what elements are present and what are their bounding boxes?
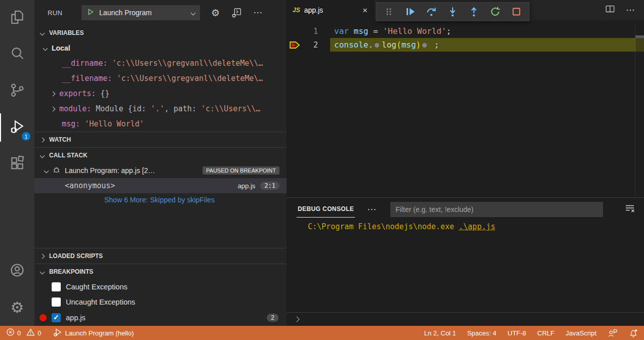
bug-icon: [52, 165, 61, 176]
paused-on-breakpoint-badge: PAUSED ON BREAKPOINT: [203, 166, 279, 175]
language-mode[interactable]: JavaScript: [566, 329, 596, 337]
error-icon: [6, 328, 15, 338]
console-output-link[interactable]: .\app.js: [459, 222, 495, 231]
launch-config-dropdown[interactable]: Launch Program: [82, 5, 200, 20]
breakpoint-caught-exceptions[interactable]: Caught Exceptions: [34, 279, 287, 294]
checkbox-unchecked[interactable]: [52, 282, 61, 291]
variable-row-msg[interactable]: msg: 'Hello World': [34, 116, 287, 132]
panel-header: DEBUG CONSOLE ⋯: [287, 198, 644, 221]
feedback-icon[interactable]: [608, 328, 617, 338]
variable-value: Module {id: '.', path: 'c:\\Users\\…: [96, 104, 260, 113]
breakpoints-section-header[interactable]: BREAKPOINTS: [34, 264, 287, 279]
split-editor-icon[interactable]: [605, 4, 616, 17]
debug-console-icon[interactable]: [231, 7, 242, 18]
close-icon[interactable]: ×: [363, 6, 368, 15]
code-line-2[interactable]: 2 console.log(msg) ;: [287, 38, 644, 52]
code-line-1[interactable]: 1 var msg = 'Hello World';: [287, 24, 644, 38]
variable-row-exports[interactable]: exports: {}: [34, 86, 287, 101]
start-debug-icon: [87, 8, 94, 17]
breakpoint-label: app.js: [66, 314, 86, 322]
chevron-right-icon: [51, 91, 56, 96]
activity-search[interactable]: [0, 36, 34, 73]
loaded-scripts-section-header[interactable]: LOADED SCRIPTS: [34, 248, 287, 264]
activity-run-debug[interactable]: 1: [0, 109, 34, 146]
activity-accounts[interactable]: [0, 253, 34, 289]
scope-local-row[interactable]: Local: [34, 40, 287, 56]
editor-scrollbar[interactable]: [635, 24, 644, 197]
vscode-window: 1 ⚙ RUN Launch Program ⚙ ⋯ VARIABLES: [0, 0, 644, 340]
indentation-setting[interactable]: Spaces: 4: [467, 329, 497, 337]
continue-icon[interactable]: [401, 4, 419, 19]
activity-explorer[interactable]: [0, 0, 34, 36]
variable-name: module:: [59, 104, 91, 113]
frame-position-badge: 2:1: [260, 182, 279, 190]
chevron-down-icon: [40, 153, 45, 158]
variable-value: 'c:\\Users\\gregvanl\\deleteMe\…: [116, 74, 263, 83]
loaded-scripts-title: LOADED SCRIPTS: [49, 252, 103, 260]
breakpoint-label: Uncaught Exceptions: [66, 298, 135, 306]
tab-debug-console[interactable]: DEBUG CONSOLE: [297, 201, 355, 218]
breakpoint-uncaught-exceptions[interactable]: Uncaught Exceptions: [34, 294, 287, 310]
variable-value: 'c:\\Users\\gregvanl\\deleteMe\\…: [112, 59, 263, 68]
more-actions-icon[interactable]: ⋯: [367, 204, 377, 215]
show-more-frames-link[interactable]: Show 6 More: Skipped by skipFiles: [34, 193, 287, 206]
status-bar: 0 0 Launch Program (hello) Ln 2, Col 1 S…: [0, 326, 644, 340]
variable-value: {}: [100, 89, 109, 98]
source-control-icon: [9, 82, 25, 100]
clear-console-icon[interactable]: [624, 202, 636, 217]
call-stack-section-header[interactable]: CALL STACK: [34, 148, 287, 163]
activity-settings[interactable]: ⚙: [0, 289, 34, 326]
eol-setting[interactable]: CRLF: [537, 329, 554, 337]
scope-label: Local: [52, 44, 70, 52]
breakpoint-appjs-row[interactable]: app.js 2: [34, 310, 287, 326]
checkbox-checked[interactable]: [52, 313, 61, 322]
step-into-icon[interactable]: [444, 4, 461, 19]
debug-session-row[interactable]: Launch Program: app.js [2… PAUSED ON BRE…: [34, 163, 287, 178]
call-stack-title: CALL STACK: [49, 152, 88, 159]
variable-row-filename[interactable]: __filename: 'c:\\Users\\gregvanl\\delete…: [34, 71, 287, 86]
more-actions-icon[interactable]: ⋯: [626, 5, 636, 16]
editor-group: JS app.js × ⋯ 1 var msg = 'Hello: [287, 0, 644, 326]
tab-label: app.js: [304, 6, 363, 14]
variable-value: 'Hello World': [85, 119, 144, 129]
account-icon: [9, 262, 25, 280]
encoding-setting[interactable]: UTF-8: [508, 329, 527, 337]
frame-file: app.js: [238, 182, 256, 190]
toolbar-drag-handle[interactable]: [380, 4, 397, 19]
chevron-down-icon: [40, 30, 45, 35]
problems-indicator[interactable]: 0 0: [6, 328, 41, 338]
activity-extensions[interactable]: [0, 146, 34, 182]
watch-title: WATCH: [49, 136, 71, 143]
console-input-row[interactable]: [287, 312, 644, 326]
configure-launch-icon[interactable]: ⚙: [211, 8, 220, 18]
debug-status-icon: [53, 328, 62, 338]
notifications-bell-icon[interactable]: [628, 328, 638, 338]
step-over-icon[interactable]: [423, 4, 440, 19]
variables-section-header[interactable]: VARIABLES: [34, 25, 287, 40]
stack-frame-row[interactable]: <anonymous> app.js 2:1: [34, 178, 287, 193]
breakpoint-current-icon[interactable]: [287, 41, 303, 49]
chevron-down-icon: [44, 168, 49, 173]
variable-row-module[interactable]: module: Module {id: '.', path: 'c:\\User…: [34, 101, 287, 116]
breakpoint-count-badge: 2: [267, 314, 278, 322]
stop-icon[interactable]: [508, 4, 525, 19]
console-filter-input[interactable]: [390, 202, 603, 217]
code-editor[interactable]: 1 var msg = 'Hello World'; 2 console.log…: [287, 20, 644, 197]
error-count: 0: [17, 329, 21, 337]
more-actions-icon[interactable]: ⋯: [253, 7, 263, 18]
activity-source-control[interactable]: [0, 73, 34, 109]
debug-status[interactable]: Launch Program (hello): [53, 328, 134, 338]
breakpoint-label: Caught Exceptions: [66, 283, 128, 291]
watch-section-header[interactable]: WATCH: [34, 132, 287, 147]
variable-name: exports:: [59, 89, 96, 98]
show-more-label: Show 6 More: Skipped by skipFiles: [104, 196, 215, 204]
cursor-position[interactable]: Ln 2, Col 1: [424, 329, 456, 337]
step-out-icon[interactable]: [465, 4, 482, 19]
tab-appjs[interactable]: JS app.js ×: [287, 0, 374, 20]
extensions-icon: [9, 155, 25, 173]
restart-icon[interactable]: [487, 4, 504, 19]
frame-name: <anonymous>: [65, 181, 115, 190]
variable-row-dirname[interactable]: __dirname: 'c:\\Users\\gregvanl\\deleteM…: [34, 56, 287, 71]
checkbox-unchecked[interactable]: [52, 298, 61, 307]
status-left: 0 0 Launch Program (hello): [6, 328, 134, 338]
